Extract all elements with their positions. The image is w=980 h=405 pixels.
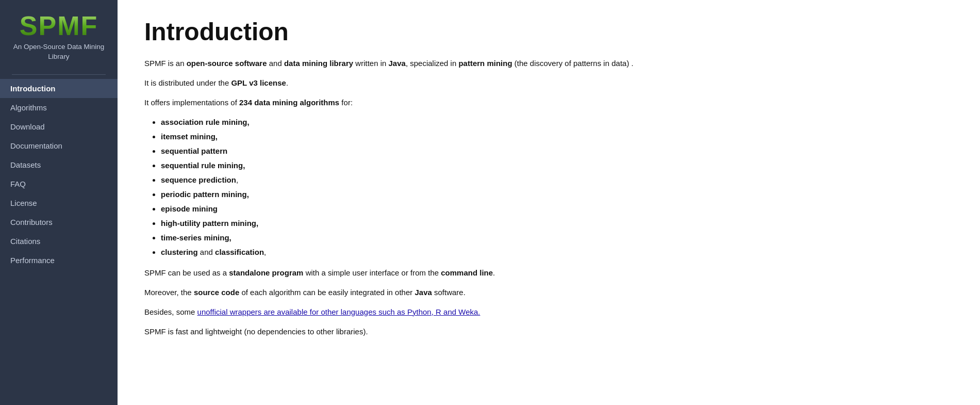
page-title: Introduction: [144, 19, 953, 46]
main-content: Introduction SPMF is an open-source soft…: [118, 0, 980, 405]
list-item: sequential pattern: [161, 145, 953, 157]
logo-subtitle: An Open-Source Data Mining Library: [8, 42, 109, 62]
sidebar-item-license[interactable]: License: [0, 193, 118, 213]
list-item: sequential rule mining,: [161, 159, 953, 172]
intro-para-1: SPMF is an open-source software and data…: [144, 57, 953, 70]
wrappers-link[interactable]: unofficial wrappers are available for ot…: [197, 307, 480, 316]
algorithm-list: association rule mining, itemset mining,…: [161, 116, 953, 258]
sidebar-item-performance[interactable]: Performance: [0, 251, 118, 270]
list-item: periodic pattern mining,: [161, 188, 953, 201]
sidebar-item-datasets[interactable]: Datasets: [0, 155, 118, 174]
sidebar-item-faq[interactable]: FAQ: [0, 174, 118, 193]
list-item: high-utility pattern mining,: [161, 217, 953, 230]
list-item: association rule mining,: [161, 116, 953, 128]
sidebar-item-introduction[interactable]: Introduction: [0, 79, 118, 98]
sidebar: SPMF An Open-Source Data Mining Library …: [0, 0, 118, 405]
sidebar-divider: [12, 74, 106, 75]
intro-para-2: It is distributed under the GPL v3 licen…: [144, 77, 953, 89]
intro-para-7: SPMF is fast and lightweight (no depende…: [144, 326, 953, 338]
sidebar-item-download[interactable]: Download: [0, 117, 118, 136]
intro-para-6: Besides, some unofficial wrappers are av…: [144, 306, 953, 318]
list-item: time-series mining,: [161, 232, 953, 244]
intro-para-5: Moreover, the source code of each algori…: [144, 286, 953, 299]
intro-para-3: It offers implementations of 234 data mi…: [144, 96, 953, 109]
logo: SPMF: [8, 12, 109, 39]
list-item: sequence prediction,: [161, 174, 953, 186]
sidebar-item-citations[interactable]: Citations: [0, 232, 118, 251]
sidebar-item-algorithms[interactable]: Algorithms: [0, 98, 118, 117]
list-item: itemset mining,: [161, 131, 953, 143]
logo-area: SPMF An Open-Source Data Mining Library: [0, 0, 118, 68]
intro-para-4: SPMF can be used as a standalone program…: [144, 267, 953, 279]
list-item: clustering and classification,: [161, 246, 953, 258]
sidebar-item-documentation[interactable]: Documentation: [0, 136, 118, 155]
sidebar-item-contributors[interactable]: Contributors: [0, 213, 118, 232]
list-item: episode mining: [161, 203, 953, 215]
